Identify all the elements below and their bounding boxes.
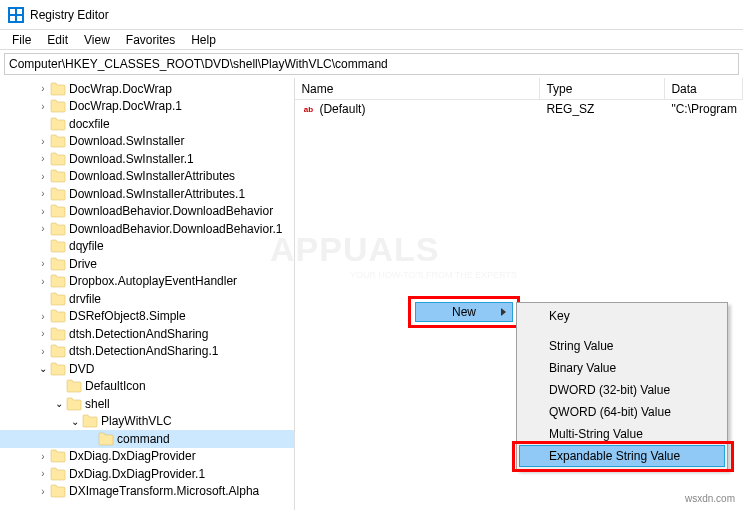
tree-item-label: DocWrap.DocWrap (69, 82, 172, 96)
folder-icon (50, 169, 66, 183)
regedit-icon (8, 7, 24, 23)
tree-item[interactable]: ›Drive (0, 255, 294, 273)
tree-item-label: DXImageTransform.Microsoft.Alpha (69, 484, 259, 498)
tree-item[interactable]: ⌄PlayWithVLC (0, 413, 294, 431)
chevron-right-icon[interactable]: › (36, 101, 50, 112)
tree-item-label: dqyfile (69, 239, 104, 253)
folder-icon (50, 449, 66, 463)
tree-item-label: command (117, 432, 170, 446)
folder-icon (50, 292, 66, 306)
value-row[interactable]: ab(Default)REG_SZ"C:\Program (295, 100, 743, 118)
menu-edit[interactable]: Edit (39, 31, 76, 49)
context-menu-item[interactable]: Expandable String Value (519, 445, 725, 467)
address-bar[interactable]: Computer\HKEY_CLASSES_ROOT\DVD\shell\Pla… (4, 53, 739, 75)
string-value-icon: ab (301, 102, 315, 116)
folder-icon (66, 397, 82, 411)
tree-item[interactable]: docxfile (0, 115, 294, 133)
folder-icon (50, 327, 66, 341)
chevron-right-icon[interactable]: › (36, 328, 50, 339)
chevron-right-icon[interactable]: › (36, 311, 50, 322)
tree-item[interactable]: ›DSRefObject8.Simple (0, 308, 294, 326)
context-menu-item[interactable]: QWORD (64-bit) Value (519, 401, 725, 423)
value-name-cell: ab(Default) (295, 102, 540, 116)
context-submenu-new[interactable]: New (415, 302, 513, 322)
tree-item[interactable]: ›Download.SwInstallerAttributes.1 (0, 185, 294, 203)
col-header-data[interactable]: Data (665, 78, 743, 99)
folder-icon (50, 309, 66, 323)
tree-item[interactable]: ›DocWrap.DocWrap.1 (0, 98, 294, 116)
tree-item[interactable]: ›dtsh.DetectionAndSharing.1 (0, 343, 294, 361)
tree-item[interactable]: ›DxDiag.DxDiagProvider (0, 448, 294, 466)
svg-rect-2 (10, 16, 15, 21)
tree-item[interactable]: ›DXImageTransform.Microsoft.Alpha (0, 483, 294, 501)
tree-item-label: Dropbox.AutoplayEventHandler (69, 274, 237, 288)
tree-item-label: Drive (69, 257, 97, 271)
chevron-right-icon[interactable]: › (36, 346, 50, 357)
tree-item[interactable]: ›Download.SwInstallerAttributes (0, 168, 294, 186)
chevron-right-icon[interactable]: › (36, 206, 50, 217)
tree-item-label: Download.SwInstallerAttributes.1 (69, 187, 245, 201)
menu-favorites[interactable]: Favorites (118, 31, 183, 49)
tree-item-label: DownloadBehavior.DownloadBehavior (69, 204, 273, 218)
tree-item[interactable]: ›DxDiag.DxDiagProvider.1 (0, 465, 294, 483)
tree-item-label: DocWrap.DocWrap.1 (69, 99, 182, 113)
tree-panel[interactable]: ›DocWrap.DocWrap›DocWrap.DocWrap.1docxfi… (0, 78, 295, 510)
chevron-down-icon[interactable]: ⌄ (52, 398, 66, 409)
tree-item[interactable]: ›dtsh.DetectionAndSharing (0, 325, 294, 343)
folder-icon (50, 99, 66, 113)
chevron-right-icon[interactable]: › (36, 153, 50, 164)
chevron-right-icon[interactable]: › (36, 486, 50, 497)
tree-item-label: Download.SwInstaller.1 (69, 152, 194, 166)
chevron-right-icon[interactable]: › (36, 468, 50, 479)
tree-item[interactable]: ›Dropbox.AutoplayEventHandler (0, 273, 294, 291)
chevron-right-icon[interactable]: › (36, 83, 50, 94)
tree-item[interactable]: ›DocWrap.DocWrap (0, 80, 294, 98)
menu-view[interactable]: View (76, 31, 118, 49)
chevron-right-icon[interactable]: › (36, 223, 50, 234)
chevron-right-icon[interactable]: › (36, 188, 50, 199)
tree-item[interactable]: dqyfile (0, 238, 294, 256)
chevron-right-icon[interactable]: › (36, 451, 50, 462)
tree-item[interactable]: ›Download.SwInstaller.1 (0, 150, 294, 168)
chevron-right-icon[interactable]: › (36, 258, 50, 269)
chevron-down-icon[interactable]: ⌄ (36, 363, 50, 374)
tree-item[interactable]: ›DownloadBehavior.DownloadBehavior.1 (0, 220, 294, 238)
tree-item-label: DxDiag.DxDiagProvider.1 (69, 467, 205, 481)
context-menu-item[interactable]: DWORD (32-bit) Value (519, 379, 725, 401)
tree-item-label: DxDiag.DxDiagProvider (69, 449, 196, 463)
tree-item-label: DSRefObject8.Simple (69, 309, 186, 323)
folder-icon (50, 257, 66, 271)
menu-file[interactable]: File (4, 31, 39, 49)
value-type-cell: REG_SZ (540, 102, 665, 116)
folder-icon (50, 82, 66, 96)
tree-item[interactable]: DefaultIcon (0, 378, 294, 396)
tree-item[interactable]: ›Download.SwInstaller (0, 133, 294, 151)
chevron-right-icon[interactable]: › (36, 171, 50, 182)
folder-icon (50, 344, 66, 358)
value-data-cell: "C:\Program (665, 102, 743, 116)
context-menu-item[interactable]: String Value (519, 335, 725, 357)
tree-item[interactable]: ⌄DVD (0, 360, 294, 378)
context-menu-item[interactable]: Multi-String Value (519, 423, 725, 445)
chevron-down-icon[interactable]: ⌄ (68, 416, 82, 427)
context-menu-item[interactable]: Binary Value (519, 357, 725, 379)
col-header-type[interactable]: Type (540, 78, 665, 99)
tree-item-label: Download.SwInstallerAttributes (69, 169, 235, 183)
folder-icon (50, 204, 66, 218)
tree-item-label: Download.SwInstaller (69, 134, 184, 148)
tree-item[interactable]: command (0, 430, 294, 448)
folder-icon (98, 432, 114, 446)
tree-item[interactable]: ›DownloadBehavior.DownloadBehavior (0, 203, 294, 221)
context-menu: KeyString ValueBinary ValueDWORD (32-bit… (516, 302, 728, 470)
chevron-right-icon[interactable]: › (36, 136, 50, 147)
folder-icon (50, 467, 66, 481)
tree-item[interactable]: drvfile (0, 290, 294, 308)
watermark-site: wsxdn.com (685, 493, 735, 504)
chevron-right-icon[interactable]: › (36, 276, 50, 287)
menu-help[interactable]: Help (183, 31, 224, 49)
folder-icon (66, 379, 82, 393)
context-menu-item[interactable]: Key (519, 305, 725, 327)
folder-icon (50, 222, 66, 236)
tree-item[interactable]: ⌄shell (0, 395, 294, 413)
col-header-name[interactable]: Name (295, 78, 540, 99)
